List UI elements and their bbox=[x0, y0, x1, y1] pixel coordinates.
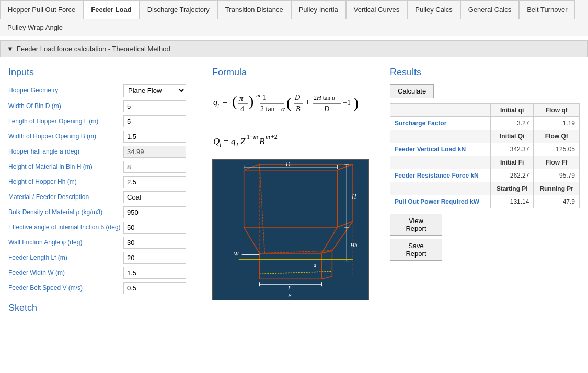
svg-text:(: ( bbox=[232, 93, 237, 109]
results-col-header-label bbox=[390, 104, 491, 117]
svg-text:4: 4 bbox=[240, 105, 244, 113]
tab-discharge-trajectory[interactable]: Discharge Trajectory bbox=[140, 0, 217, 19]
input-row-wall-friction: Wall Friction Angle φ (deg) bbox=[8, 237, 202, 249]
input-feeder-width[interactable] bbox=[123, 267, 186, 279]
input-width-bin[interactable] bbox=[123, 100, 186, 112]
label-internal-friction: Effective angle of internal friction δ (… bbox=[8, 224, 123, 232]
svg-text:m: m bbox=[266, 133, 270, 141]
label-length-hopper: Length of Hopper Opening L (m) bbox=[8, 118, 123, 126]
input-feeder-belt-speed[interactable] bbox=[123, 282, 186, 294]
chevron-icon: ▼ bbox=[7, 45, 14, 53]
tab-transition-distance[interactable]: Transition Distance bbox=[217, 0, 291, 19]
svg-text:(: ( bbox=[286, 94, 292, 112]
input-internal-friction[interactable] bbox=[123, 222, 186, 234]
label-width-bin: Width Of Bin D (m) bbox=[8, 102, 123, 111]
input-width-hopper[interactable] bbox=[123, 131, 186, 143]
tab-belt-turnover[interactable]: Belt Turnover bbox=[519, 0, 575, 19]
results-panel: Results Calculate Initial qi Flow qf Sur… bbox=[390, 67, 580, 320]
input-row-hopper-half-angle: Hopper half angle a (deg) bbox=[8, 146, 202, 158]
input-height-hopper[interactable] bbox=[123, 176, 186, 188]
table-row-subheader-qi: Initial Qi Flow Qf bbox=[390, 130, 580, 143]
svg-text:2 tan: 2 tan bbox=[260, 105, 275, 113]
input-row-internal-friction: Effective angle of internal friction δ (… bbox=[8, 222, 202, 234]
input-feeder-length[interactable] bbox=[123, 252, 186, 264]
svg-text:+: + bbox=[305, 98, 310, 107]
svg-text:1−m: 1−m bbox=[247, 133, 258, 141]
input-row-height-hopper: Height of Hopper Hh (m) bbox=[8, 176, 202, 188]
input-row-bulk-density: Bulk Density of Material ρ (kg/m3) bbox=[8, 206, 202, 218]
label-wall-friction: Wall Friction Angle φ (deg) bbox=[8, 239, 123, 247]
svg-text:B: B bbox=[288, 292, 292, 298]
svg-text:i: i bbox=[220, 142, 221, 149]
svg-text:a: a bbox=[314, 262, 317, 268]
results-val-pullout-1: 131.14 bbox=[490, 195, 534, 208]
tab-pulley-wrap-angle[interactable]: Pulley Wrap Angle bbox=[0, 19, 70, 36]
results-label-pullout-power: Pull Out Power Required kW bbox=[390, 195, 491, 208]
results-title: Results bbox=[390, 67, 580, 78]
table-row-subheader-pi: Starting Pi Running Pr bbox=[390, 182, 580, 195]
svg-text:H: H bbox=[351, 193, 357, 200]
formula-equation-2: Q i = q i Z 1−m B m +2 bbox=[212, 130, 379, 155]
table-row-resistance-force: Feeder Resistance Force kN 262.27 95.79 bbox=[390, 169, 580, 182]
results-val-resistance-1: 262.27 bbox=[490, 169, 534, 182]
results-subheader-ff: Flow Ff bbox=[534, 156, 580, 169]
inputs-panel: Inputs Hopper Geometry Plane FlowAxial F… bbox=[8, 67, 202, 320]
input-row-width-hopper: Width of Hopper Opening B (m) bbox=[8, 131, 202, 143]
results-subheader-qf: Flow Qf bbox=[534, 130, 580, 143]
table-row-subheader-fi: Initial Fi Flow Ff bbox=[390, 156, 580, 169]
section-header-feeder-load[interactable]: ▼ Feeder Load force calculation - Theore… bbox=[0, 40, 588, 57]
svg-text:B: B bbox=[259, 136, 265, 146]
tab-vertical-curves[interactable]: Vertical Curves bbox=[346, 0, 407, 19]
input-row-material-desc: Material / Feeder Description bbox=[8, 191, 202, 203]
tab-pulley-calcs[interactable]: Pulley Calcs bbox=[407, 0, 460, 19]
table-row-vertical-load: Feeder Vertical Load kN 342.37 125.05 bbox=[390, 143, 580, 156]
input-hopper-half-angle bbox=[123, 146, 186, 158]
tabs-row-1: Hopper Pull Out Force Feeder Load Discha… bbox=[0, 0, 588, 19]
svg-text:1: 1 bbox=[262, 94, 266, 101]
svg-text:): ) bbox=[249, 93, 253, 109]
input-wall-friction[interactable] bbox=[123, 237, 186, 249]
results-subheader-label-3 bbox=[390, 182, 491, 195]
results-subheader-qi: Initial Qi bbox=[490, 130, 534, 143]
label-hopper-half-angle: Hopper half angle a (deg) bbox=[8, 148, 123, 156]
input-height-material[interactable] bbox=[123, 161, 186, 173]
svg-text:W: W bbox=[234, 250, 239, 258]
results-col-header-flow: Flow qf bbox=[534, 104, 580, 117]
svg-text:Q: Q bbox=[213, 136, 220, 146]
results-val-surcharge-1: 3.27 bbox=[490, 117, 534, 130]
results-val-pullout-2: 47.9 bbox=[534, 195, 580, 208]
results-val-surcharge-2: 1.19 bbox=[534, 117, 580, 130]
calculate-button[interactable]: Calculate bbox=[390, 84, 434, 98]
input-row-width-bin: Width Of Bin D (m) bbox=[8, 100, 202, 112]
results-table: Initial qi Flow qf Surcharge Factor 3.27… bbox=[390, 103, 580, 208]
svg-text:+2: +2 bbox=[271, 133, 278, 141]
svg-text:B: B bbox=[296, 105, 301, 113]
svg-text:=: = bbox=[224, 136, 229, 146]
input-bulk-density[interactable] bbox=[123, 206, 186, 218]
view-report-button[interactable]: View Report bbox=[390, 214, 442, 236]
tab-hopper-pull-out-force[interactable]: Hopper Pull Out Force bbox=[0, 0, 83, 19]
tab-pulley-inertia[interactable]: Pulley Inertia bbox=[291, 0, 346, 19]
svg-text:i: i bbox=[217, 103, 219, 109]
tab-feeder-load[interactable]: Feeder Load bbox=[83, 0, 139, 19]
svg-text:): ) bbox=[353, 94, 359, 112]
svg-text:D: D bbox=[285, 160, 291, 168]
save-report-button[interactable]: Save Report bbox=[390, 239, 442, 261]
tab-general-calcs[interactable]: General Calcs bbox=[460, 0, 519, 19]
results-col-header-initial: Initial qi bbox=[490, 104, 534, 117]
results-subheader-pr: Running Pr bbox=[534, 182, 580, 195]
results-label-surcharge: Surcharge Factor bbox=[390, 117, 491, 130]
results-subheader-label-2 bbox=[390, 156, 491, 169]
input-row-hopper-geometry: Hopper Geometry Plane FlowAxial Flow bbox=[8, 84, 202, 97]
select-hopper-geometry[interactable]: Plane FlowAxial Flow bbox=[123, 84, 186, 97]
formula-panel: Formula q i = ( π 4 ) m 1 2 tan α bbox=[212, 67, 379, 320]
svg-text:2H tan α: 2H tan α bbox=[314, 94, 336, 101]
input-length-hopper[interactable] bbox=[123, 115, 186, 127]
svg-text:π: π bbox=[239, 95, 244, 102]
input-material-desc[interactable] bbox=[123, 191, 186, 203]
svg-text:q: q bbox=[213, 98, 217, 107]
label-bulk-density: Bulk Density of Material ρ (kg/m3) bbox=[8, 208, 123, 217]
section-header-label: Feeder Load force calculation - Theoreti… bbox=[17, 45, 170, 53]
input-row-feeder-width: Feeder Width W (m) bbox=[8, 267, 202, 279]
label-feeder-belt-speed: Feeder Belt Speed V (m/s) bbox=[8, 284, 123, 293]
